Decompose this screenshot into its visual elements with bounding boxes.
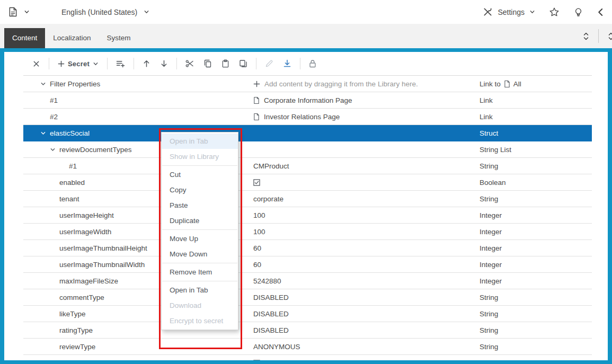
menu-item-paste[interactable]: Paste — [162, 198, 238, 213]
table-row-elasticsocial[interactable]: elasticSocialStruct — [23, 125, 592, 141]
add-list-entry-button[interactable] — [111, 57, 130, 71]
property-type-cell: String — [480, 310, 592, 318]
cut-button[interactable] — [181, 56, 199, 71]
favorites-button[interactable] — [548, 6, 561, 19]
move-down-button[interactable] — [155, 56, 173, 71]
download-button[interactable] — [278, 56, 296, 71]
download-icon — [283, 59, 291, 68]
menu-item-duplicate[interactable]: Duplicate — [162, 213, 238, 228]
property-name: recaptchaForRegistrationRequired — [59, 359, 168, 361]
menu-item-move-down[interactable]: Move Down — [162, 246, 238, 262]
property-type-cell: String List — [480, 146, 592, 154]
tree-chevron-icon — [40, 130, 50, 136]
property-type: Integer — [480, 228, 502, 236]
document-icon — [504, 80, 510, 88]
table-row-enabled[interactable]: enabledBoolean — [23, 174, 592, 191]
toolbar-separator — [134, 58, 134, 69]
property-type: Boolean — [480, 359, 506, 361]
locale-selector-button[interactable]: English (United States) — [60, 7, 150, 17]
table-row-1[interactable]: #1CMProductString — [23, 158, 592, 174]
property-value: 5242880 — [253, 277, 281, 285]
table-row-recaptchaforregistrationrequired[interactable]: recaptchaForRegistrationRequiredBoolean — [23, 355, 592, 360]
menu-separator — [162, 263, 237, 263]
table-row-reviewdocumenttypes[interactable]: reviewDocumentTypesString List — [23, 141, 592, 158]
toggle-panel-height-right-button[interactable] — [606, 30, 612, 42]
tab-localization[interactable]: Localization — [45, 28, 99, 48]
menu-item-show-in-library[interactable]: Show in Library — [162, 149, 238, 164]
property-value: 100 — [253, 228, 265, 236]
property-type-cell: String — [480, 195, 592, 203]
property-type: Link — [480, 113, 493, 121]
table-row-maximagefilesize[interactable]: maxImageFileSize5242880Integer — [23, 273, 592, 289]
property-value: DISABLED — [253, 294, 289, 301]
property-value-cell: DISABLED — [253, 326, 480, 334]
menu-item-open-in-tab[interactable]: Open in Tab — [162, 134, 238, 149]
property-type-cell: String — [480, 162, 592, 170]
add-to-list-icon — [116, 60, 125, 68]
table-row-tenant[interactable]: tenantcorporateString — [23, 191, 592, 207]
collapse-panel-button[interactable] — [596, 6, 605, 18]
table-row-userimageheight[interactable]: userImageHeight100Integer — [23, 207, 592, 224]
property-type: String — [480, 310, 498, 318]
table-row-1[interactable]: #1Corporate Information PageLink — [23, 92, 592, 109]
property-type-cell: String — [480, 326, 592, 334]
remove-property-button[interactable] — [28, 57, 45, 71]
property-type-cell: Integer — [480, 277, 592, 285]
pencil-icon — [265, 59, 273, 68]
menu-item-encrypt-to-secret[interactable]: Encrypt to secret — [162, 313, 238, 329]
table-row-liketype[interactable]: likeTypeDISABLEDString — [23, 306, 592, 322]
chevron-down-icon — [144, 9, 149, 15]
tabbar-right-controls — [581, 24, 612, 48]
menu-item-cut[interactable]: Cut — [162, 167, 238, 182]
table-row-userimagethumbnailheight[interactable]: userImageThumbnailHeight60Integer — [23, 240, 592, 256]
property-name: elasticSocial — [50, 129, 90, 137]
copy-button[interactable] — [199, 56, 217, 71]
paste-button[interactable] — [217, 56, 234, 71]
menu-item-download[interactable]: Download — [162, 298, 238, 313]
property-type-cell: String — [480, 343, 592, 351]
property-value: Investor Relations Page — [264, 113, 340, 121]
property-value-cell: Add content by dragging it from the Libr… — [253, 80, 480, 88]
create-content-button[interactable] — [7, 6, 19, 18]
double-chevron-icon — [607, 31, 612, 41]
menu-item-copy[interactable]: Copy — [162, 182, 238, 198]
move-up-button[interactable] — [138, 56, 155, 71]
table-row-userimagethumbnailwidth[interactable]: userImageThumbnailWidth60Integer — [23, 256, 592, 273]
checkbox-checked-icon — [253, 179, 260, 186]
document-icon — [253, 113, 260, 121]
property-type: Integer — [480, 277, 502, 285]
table-row-reviewtype[interactable]: reviewTypeANONYMOUSString — [23, 339, 592, 355]
tab-system[interactable]: System — [99, 28, 139, 48]
toggle-panel-height-button[interactable] — [581, 30, 591, 42]
table-row-2[interactable]: #2Investor Relations PageLink — [23, 109, 592, 125]
tree-chevron-icon — [50, 147, 59, 153]
settings-button[interactable]: Settings — [482, 6, 536, 18]
duplicate-button[interactable] — [234, 56, 252, 71]
tab-content[interactable]: Content — [4, 28, 45, 48]
table-row-filter-properties[interactable]: Filter PropertiesAdd content by dragging… — [23, 76, 592, 92]
help-button[interactable] — [572, 6, 584, 19]
tab-bar: ContentLocalizationSystem — [0, 24, 612, 48]
add-secret-button[interactable]: Secret — [53, 57, 103, 71]
chevron-down-icon — [529, 9, 535, 15]
property-type-cell: Integer — [480, 261, 592, 269]
table-row-ratingtype[interactable]: ratingTypeDISABLEDString — [23, 322, 592, 339]
header-left-controls: English (United States) — [7, 6, 150, 18]
table-row-userimagewidth[interactable]: userImageWidth100Integer — [23, 224, 592, 240]
menu-item-move-up[interactable]: Move Up — [162, 231, 238, 246]
edit-button[interactable] — [260, 56, 278, 71]
toolbar-separator — [49, 58, 49, 69]
property-type: String List — [480, 146, 511, 154]
menu-item-open-in-tab[interactable]: Open in Tab — [162, 282, 238, 298]
property-value-cell: 60 — [253, 244, 480, 252]
create-content-dropdown-button[interactable] — [23, 8, 31, 16]
encrypt-button[interactable] — [304, 56, 321, 71]
property-type-cell: String — [480, 294, 592, 301]
divider — [598, 29, 599, 43]
property-name: userImageThumbnailWidth — [59, 261, 145, 269]
context-menu: Open in TabShow in LibraryCutCopyPasteDu… — [161, 132, 238, 330]
property-value-cell: Corporate Information Page — [253, 96, 480, 104]
arrow-up-icon — [143, 59, 150, 68]
menu-item-remove-item[interactable]: Remove Item — [162, 264, 238, 280]
table-row-commenttype[interactable]: commentTypeDISABLEDString — [23, 289, 592, 306]
